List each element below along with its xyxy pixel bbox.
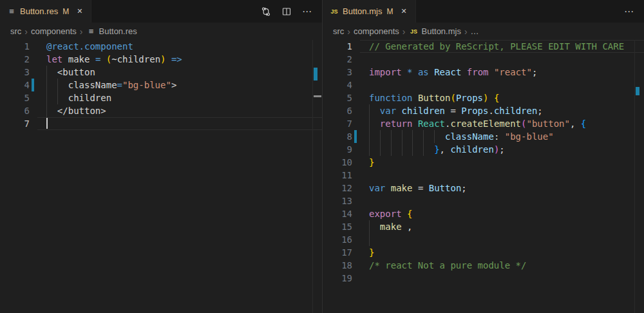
code-line[interactable]: 14export {	[323, 207, 644, 220]
code-token: ~children	[111, 54, 160, 64]
code-line[interactable]: 2let make = (~children) =>	[0, 53, 322, 66]
line-content: import * as React from "react";	[369, 66, 537, 79]
code-line[interactable]: 5 children	[0, 91, 322, 104]
code-line[interactable]: 4	[323, 79, 644, 91]
line-number: 6	[0, 104, 30, 117]
indent-guide	[412, 143, 413, 156]
code-line[interactable]: 1@react.component	[0, 40, 322, 53]
split-editor-icon[interactable]	[281, 6, 292, 17]
code-line[interactable]: 10}	[323, 156, 644, 169]
code-editor-res[interactable]: 1@react.component2let make = (~children)…	[0, 40, 322, 313]
line-content	[46, 117, 48, 130]
line-number: 4	[0, 79, 30, 91]
code-line[interactable]: 15 make ,	[323, 220, 644, 233]
more-actions-icon[interactable]: ⋯	[623, 6, 635, 17]
code-line[interactable]: 16	[323, 233, 644, 246]
line-number: 19	[323, 272, 352, 285]
code-line[interactable]: 8 className: "bg-blue"	[323, 130, 644, 143]
text-cursor	[46, 118, 48, 129]
overview-ruler[interactable]	[312, 40, 322, 313]
line-number: 2	[323, 53, 352, 66]
code-line[interactable]: 19	[323, 272, 644, 285]
close-icon[interactable]: ✕	[75, 6, 84, 17]
code-token	[62, 54, 68, 64]
ruler-modified-marker	[314, 68, 317, 81]
code-line[interactable]: 17}	[323, 246, 644, 259]
file-icon: ≡	[6, 6, 17, 17]
code-line[interactable]: 4 className="bg-blue">	[0, 79, 322, 91]
code-token: (	[106, 54, 111, 64]
indent-guide	[402, 130, 402, 143]
breadcrumb-item[interactable]: components	[354, 26, 399, 36]
line-content: @react.component	[46, 40, 133, 53]
breadcrumb-item[interactable]: ≡Button.res	[86, 26, 137, 37]
code-token	[488, 93, 493, 103]
code-line[interactable]: 5function Button(Props) {	[323, 91, 644, 104]
tab-button-mjs[interactable]: JS Button.mjs M ✕	[323, 0, 416, 23]
line-content: className="bg-blue">	[46, 79, 176, 91]
code-line[interactable]: 3import * as React from "react";	[323, 66, 644, 79]
code-token	[100, 54, 106, 64]
code-line[interactable]: 7	[0, 117, 322, 130]
code-line[interactable]: 12var make = Button;	[323, 182, 644, 194]
code-line[interactable]: 1// Generated by ReScript, PLEASE EDIT W…	[323, 40, 644, 53]
breadcrumb-item[interactable]: src	[333, 26, 344, 36]
code-line[interactable]: 11	[323, 169, 644, 182]
code-token: make	[68, 54, 90, 64]
tab-bar-right: JS Button.mjs M ✕ ⋯	[323, 0, 644, 23]
indent-guide	[402, 143, 402, 156]
breadcrumb-item[interactable]: …	[471, 26, 479, 36]
code-token: {	[407, 209, 412, 219]
modified-badge: M	[62, 7, 69, 16]
code-line[interactable]: 7 return React.createElement("button", {	[323, 117, 644, 130]
line-number: 5	[0, 91, 30, 104]
code-token: "bg-blue"	[505, 131, 554, 142]
line-content: children	[46, 91, 111, 104]
indent-guide	[369, 130, 370, 143]
breadcrumb-label: …	[471, 26, 479, 36]
code-line[interactable]: 9 }, children);	[323, 143, 644, 156]
breadcrumb-separator-icon: ›	[464, 26, 468, 37]
code-token: {	[494, 93, 499, 103]
code-token	[166, 54, 171, 64]
line-content: function Button(Props) {	[369, 91, 499, 104]
code-token: var	[369, 183, 385, 193]
breadcrumb-item[interactable]: JSButton.mjs	[409, 26, 461, 37]
open-changes-icon[interactable]	[260, 6, 272, 17]
modified-line-indicator	[354, 130, 357, 143]
tab-label: Button.res	[20, 6, 58, 16]
code-token: children	[402, 106, 445, 116]
modified-line-indicator	[32, 79, 34, 91]
breadcrumb-item[interactable]: src	[10, 26, 21, 36]
code-line[interactable]: 2	[323, 53, 644, 66]
more-actions-icon[interactable]: ⋯	[301, 6, 313, 17]
close-icon[interactable]: ✕	[399, 6, 408, 17]
code-line[interactable]: 6 </button>	[0, 104, 322, 117]
line-number: 1	[323, 40, 352, 53]
code-token: children	[494, 106, 537, 116]
modified-badge: M	[386, 7, 393, 16]
code-token: className	[445, 131, 494, 142]
indent-guide	[57, 79, 58, 91]
vscode-window: ≡ Button.res M ✕ ⋯ src›components›≡Butto…	[0, 0, 644, 313]
code-token: Button	[429, 183, 462, 193]
code-token: </button>	[46, 106, 106, 116]
code-line[interactable]: 6 var children = Props.children;	[323, 104, 644, 117]
code-line[interactable]: 18/* react Not a pure module */	[323, 259, 644, 272]
code-token: export	[369, 209, 402, 219]
line-number: 5	[323, 91, 352, 104]
code-line[interactable]: 3 <button	[0, 66, 322, 79]
code-line[interactable]: 13	[323, 194, 644, 207]
line-content: }, children);	[369, 143, 505, 156]
code-editor-mjs[interactable]: 1// Generated by ReScript, PLEASE EDIT W…	[323, 40, 644, 313]
indent-guide	[46, 104, 47, 117]
code-token: (	[450, 93, 455, 103]
code-token: let	[46, 54, 62, 64]
indent-guide	[423, 130, 424, 143]
tab-button-res[interactable]: ≡ Button.res M ✕	[0, 0, 91, 23]
editor-group-right: JS Button.mjs M ✕ ⋯ src›components›JSBut…	[322, 0, 644, 313]
code-token: ;	[532, 67, 537, 77]
overview-ruler[interactable]	[634, 40, 644, 313]
indent-guide	[369, 117, 370, 130]
breadcrumb-item[interactable]: components	[31, 26, 77, 36]
